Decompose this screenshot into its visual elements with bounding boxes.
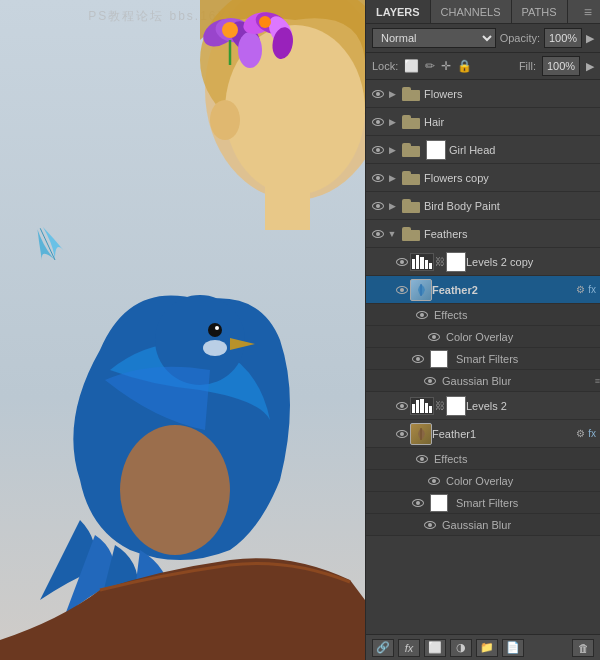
blend-mode-select[interactable]: Normal Multiply Screen — [372, 28, 496, 48]
eye-feathers[interactable] — [370, 226, 386, 242]
layer-levels2[interactable]: ⛓ Levels 2 — [366, 392, 600, 420]
layer-feather2-label: Feather2 — [432, 284, 573, 296]
effects-header-1: Effects — [366, 304, 600, 326]
eye-levels2-copy[interactable] — [394, 254, 410, 270]
eye-effects-2[interactable] — [414, 451, 430, 467]
canvas-area: PS教程论坛 bbs.16XX.COM — [0, 0, 365, 660]
layer-bird-body-paint-label: Bird Body Paint — [424, 200, 596, 212]
eye-color-overlay-1[interactable] — [426, 329, 442, 345]
layer-feather1-label: Feather1 — [432, 428, 573, 440]
thumb-flowers — [401, 84, 421, 104]
thumb-bird-body-paint — [401, 196, 421, 216]
feather2-smart-filter-icon: ⚙ — [576, 284, 585, 295]
lock-label: Lock: — [372, 60, 398, 72]
svg-point-22 — [203, 340, 227, 356]
layer-flowers[interactable]: ▶ Flowers — [366, 80, 600, 108]
eye-levels2[interactable] — [394, 398, 410, 414]
layers-toolbar: 🔗 fx ⬜ ◑ 📁 📄 🗑 — [366, 634, 600, 660]
eye-smart-filters-1[interactable] — [410, 351, 426, 367]
opacity-arrow[interactable]: ▶ — [586, 32, 594, 45]
fill-label: Fill: — [519, 60, 536, 72]
svg-point-21 — [215, 326, 219, 330]
color-overlay-1-label: Color Overlay — [446, 331, 513, 343]
thumb-feather2 — [410, 279, 432, 301]
lock-image-icon[interactable]: ✏ — [425, 59, 435, 73]
tab-bar: LAYERS CHANNELS PATHS ≡ — [366, 0, 600, 24]
delete-layer-button[interactable]: 🗑 — [572, 639, 594, 657]
layers-list[interactable]: ▶ Flowers ▶ Hair — [366, 80, 600, 634]
effects-header-2: Effects — [366, 448, 600, 470]
layer-bird-body-paint[interactable]: ▶ Bird Body Paint — [366, 192, 600, 220]
effects-label-1: Effects — [434, 309, 467, 321]
fx-gaussian-blur-1[interactable]: Gaussian Blur ≡ — [366, 370, 600, 392]
gaussian-blur-1-label: Gaussian Blur — [442, 375, 511, 387]
svg-point-8 — [238, 32, 262, 68]
arrow-girl-head[interactable]: ▶ — [386, 144, 398, 156]
gaussian-blur-1-icon: ≡ — [595, 376, 600, 386]
opacity-input[interactable] — [544, 28, 582, 48]
fill-input[interactable] — [542, 56, 580, 76]
lock-transparent-icon[interactable]: ⬜ — [404, 59, 419, 73]
svg-point-18 — [120, 425, 230, 555]
fx-gaussian-blur-2[interactable]: Gaussian Blur — [366, 514, 600, 536]
eye-feather1[interactable] — [394, 426, 410, 442]
opacity-label: Opacity: — [500, 32, 540, 44]
fx-button[interactable]: fx — [398, 639, 420, 657]
arrow-bird-body-paint[interactable]: ▶ — [386, 200, 398, 212]
eye-smart-filters-2[interactable] — [410, 495, 426, 511]
fill-arrow[interactable]: ▶ — [586, 60, 594, 73]
new-layer-button[interactable]: 📄 — [502, 639, 524, 657]
tab-channels[interactable]: CHANNELS — [431, 0, 512, 23]
lock-all-icon[interactable]: 🔒 — [457, 59, 472, 73]
eye-effects-1[interactable] — [414, 307, 430, 323]
chain-levels2: ⛓ — [435, 400, 445, 411]
panel-menu-icon[interactable]: ≡ — [576, 4, 600, 20]
eye-feather2[interactable] — [394, 282, 410, 298]
layer-girl-head-label: Girl Head — [449, 144, 596, 156]
fx-color-overlay-2[interactable]: Color Overlay — [366, 470, 600, 492]
fx-color-overlay-1[interactable]: Color Overlay — [366, 326, 600, 348]
layer-levels2-label: Levels 2 — [466, 400, 596, 412]
adjustment-button[interactable]: ◑ — [450, 639, 472, 657]
layer-feather1[interactable]: Feather1 ⚙ fx — [366, 420, 600, 448]
layer-flowers-copy[interactable]: ▶ Flowers copy — [366, 164, 600, 192]
eye-gaussian-blur-1[interactable] — [422, 373, 438, 389]
smart-filters-2: Smart Filters — [366, 492, 600, 514]
thumb-levels2 — [410, 397, 434, 415]
tab-paths[interactable]: PATHS — [512, 0, 568, 23]
thumb-feathers — [401, 224, 421, 244]
layer-feather2[interactable]: Feather2 ⚙ fx — [366, 276, 600, 304]
feather1-smart-filter-icon: ⚙ — [576, 428, 585, 439]
eye-flowers-copy[interactable] — [370, 170, 386, 186]
color-overlay-2-label: Color Overlay — [446, 475, 513, 487]
layer-girl-head[interactable]: ▶ Girl Head — [366, 136, 600, 164]
smart-filters-2-label: Smart Filters — [456, 497, 518, 509]
layer-flowers-label: Flowers — [424, 88, 596, 100]
arrow-hair[interactable]: ▶ — [386, 116, 398, 128]
lock-position-icon[interactable]: ✛ — [441, 59, 451, 73]
link-button[interactable]: 🔗 — [372, 639, 394, 657]
arrow-flowers-copy[interactable]: ▶ — [386, 172, 398, 184]
canvas-illustration — [0, 0, 365, 660]
layer-levels2-copy[interactable]: ⛓ Levels 2 copy — [366, 248, 600, 276]
thumb-girl-head — [401, 140, 421, 160]
eye-bird-body-paint[interactable] — [370, 198, 386, 214]
layer-hair[interactable]: ▶ Hair — [366, 108, 600, 136]
mask-button[interactable]: ⬜ — [424, 639, 446, 657]
eye-color-overlay-2[interactable] — [426, 473, 442, 489]
smart-filters-1: Smart Filters — [366, 348, 600, 370]
eye-flowers[interactable] — [370, 86, 386, 102]
layer-hair-label: Hair — [424, 116, 596, 128]
new-group-button[interactable]: 📁 — [476, 639, 498, 657]
lock-row: Lock: ⬜ ✏ ✛ 🔒 Fill: ▶ — [366, 53, 600, 80]
feather1-fx: fx — [588, 428, 596, 439]
app-container: PS教程论坛 bbs.16XX.COM — [0, 0, 600, 660]
arrow-feathers[interactable]: ▼ — [386, 228, 398, 240]
arrow-flowers[interactable]: ▶ — [386, 88, 398, 100]
eye-gaussian-blur-2[interactable] — [422, 517, 438, 533]
tab-layers[interactable]: LAYERS — [366, 0, 431, 23]
eye-hair[interactable] — [370, 114, 386, 130]
eye-girl-head[interactable] — [370, 142, 386, 158]
svg-point-20 — [208, 323, 222, 337]
layer-feathers[interactable]: ▼ Feathers — [366, 220, 600, 248]
